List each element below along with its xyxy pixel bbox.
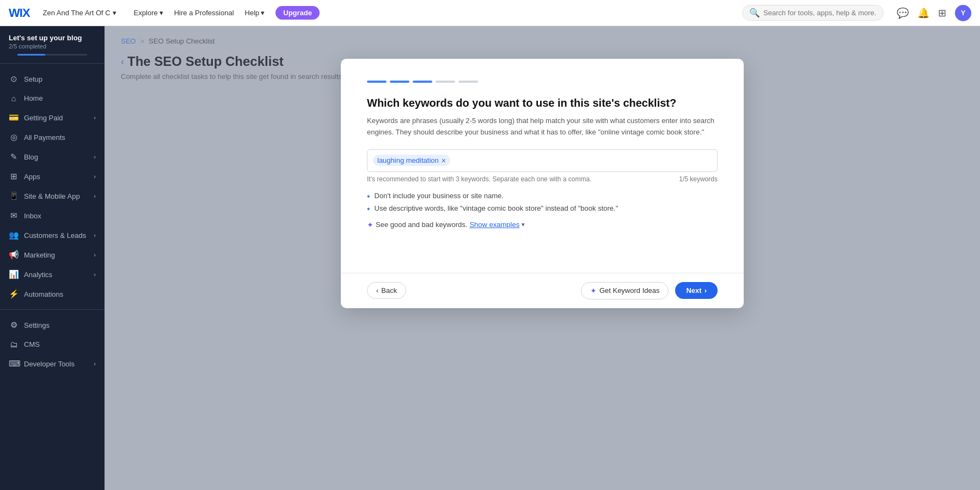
- next-button-label: Next: [686, 286, 701, 295]
- explore-link[interactable]: Explore ▾: [134, 9, 163, 17]
- sidebar-item-label: Home: [24, 94, 96, 102]
- site-name-dropdown[interactable]: Zen And The Art Of C ▾: [43, 9, 117, 17]
- keyword-tips: Don't include your business or site name…: [367, 192, 718, 214]
- modal-overlay: Which keywords do you want to use in thi…: [105, 26, 980, 490]
- sidebar: Let's set up your blog 2/5 completed ⊙ S…: [0, 26, 105, 490]
- sidebar-item-inbox[interactable]: ✉ Inbox: [0, 206, 105, 225]
- chevron-right-icon: ›: [94, 154, 96, 160]
- chevron-right-icon: ›: [94, 173, 96, 180]
- sidebar-progress-bar-fill: [17, 54, 45, 56]
- setup-icon: ⊙: [9, 74, 19, 84]
- notifications-icon[interactable]: 🔔: [917, 7, 929, 19]
- blog-icon: ✎: [9, 152, 19, 162]
- modal-body: Which keywords do you want to use in thi…: [341, 59, 744, 240]
- next-button-arrow-icon: ›: [705, 286, 707, 295]
- keyword-examples: ✦ See good and bad keywords. Show exampl…: [367, 220, 718, 229]
- sidebar-item-label: Settings: [24, 321, 96, 329]
- all-payments-icon: ◎: [9, 132, 19, 142]
- modal-description: Keywords are phrases (usually 2-5 words …: [367, 115, 718, 138]
- modal-steps: [367, 81, 718, 83]
- back-button[interactable]: ‹ Back: [367, 282, 406, 299]
- search-input[interactable]: [763, 9, 877, 17]
- sidebar-item-setup[interactable]: ⊙ Setup: [0, 69, 105, 89]
- sidebar-item-marketing[interactable]: 📢 Marketing ›: [0, 245, 105, 265]
- sidebar-title: Let's set up your blog: [9, 34, 96, 42]
- sidebar-item-label: CMS: [24, 340, 96, 348]
- sidebar-item-all-payments[interactable]: ◎ All Payments: [0, 127, 105, 147]
- keyword-tip-2-text: Use descriptive words, like "vintage com…: [375, 204, 618, 212]
- explore-chevron-icon: ▾: [160, 9, 163, 17]
- chevron-right-icon: ›: [94, 232, 96, 238]
- sidebar-item-label: All Payments: [24, 133, 96, 142]
- back-button-arrow-icon: ‹: [376, 286, 378, 295]
- wix-logo: WIX: [9, 6, 30, 20]
- sidebar-item-settings[interactable]: ⚙ Settings: [0, 315, 105, 335]
- sidebar-item-site-mobile-app[interactable]: 📱 Site & Mobile App ›: [0, 186, 105, 206]
- examples-prefix-text: See good and bad keywords.: [376, 220, 467, 229]
- keyword-ideas-label: Get Keyword Ideas: [599, 286, 660, 295]
- cms-icon: 🗂: [9, 340, 19, 349]
- sidebar-progress-bar-container: [17, 54, 87, 56]
- apps-icon: ⊞: [9, 171, 19, 181]
- sidebar-item-analytics[interactable]: 📊 Analytics ›: [0, 265, 105, 284]
- keyword-hint-text: It's recommended to start with 3 keyword…: [367, 175, 591, 183]
- chevron-right-icon: ›: [94, 252, 96, 258]
- help-chevron-icon: ▾: [261, 9, 265, 17]
- sidebar-item-cms[interactable]: 🗂 CMS: [0, 335, 105, 354]
- chevron-right-icon: ›: [94, 193, 96, 199]
- keyword-tip-1-text: Don't include your business or site name…: [375, 192, 504, 200]
- sidebar-item-home[interactable]: ⌂ Home: [0, 89, 105, 108]
- keyword-text-input[interactable]: [454, 156, 712, 164]
- keyword-hint-row: It's recommended to start with 3 keyword…: [367, 175, 718, 183]
- nav-links: Explore ▾ Hire a Professional Help ▾ Upg…: [134, 6, 320, 20]
- settings-icon: ⚙: [9, 320, 19, 330]
- sidebar-item-label: Inbox: [24, 212, 96, 220]
- sidebar-item-blog[interactable]: ✎ Blog ›: [0, 147, 105, 167]
- examples-chevron-icon: ▾: [522, 221, 525, 228]
- help-link[interactable]: Help ▾: [245, 9, 265, 17]
- developer-tools-icon: ⌨: [9, 359, 19, 369]
- step-5: [458, 81, 478, 83]
- step-3: [413, 81, 432, 83]
- hire-professional-link[interactable]: Hire a Professional: [174, 9, 234, 17]
- examples-sparkle-icon: ✦: [367, 220, 373, 229]
- chevron-right-icon: ›: [94, 271, 96, 278]
- show-examples-link[interactable]: Show examples: [469, 220, 519, 229]
- sidebar-item-label: Site & Mobile App: [24, 192, 88, 200]
- nav-icon-group: 💬 🔔 ⊞ Y: [897, 5, 971, 21]
- step-2: [390, 81, 409, 83]
- search-bar[interactable]: 🔍: [742, 5, 884, 21]
- keyword-count-badge: 1/5 keywords: [679, 175, 718, 183]
- messages-icon[interactable]: 💬: [897, 7, 909, 19]
- step-4: [436, 81, 455, 83]
- keyword-input-area[interactable]: laughing meditation ×: [367, 149, 718, 172]
- sidebar-item-label: Automations: [24, 290, 96, 298]
- keyword-tag: laughing meditation ×: [373, 155, 450, 166]
- get-keyword-ideas-button[interactable]: ✦ Get Keyword Ideas: [581, 282, 669, 299]
- keyword-ideas-sparkle-icon: ✦: [590, 286, 597, 295]
- chevron-right-icon: ›: [94, 114, 96, 121]
- automations-icon: ⚡: [9, 289, 19, 299]
- keyword-tip-2: Use descriptive words, like "vintage com…: [367, 204, 718, 214]
- sidebar-item-getting-paid[interactable]: 💳 Getting Paid ›: [0, 108, 105, 127]
- grid-icon[interactable]: ⊞: [938, 7, 946, 19]
- sidebar-item-label: Blog: [24, 153, 88, 161]
- sidebar-item-customers-leads[interactable]: 👥 Customers & Leads ›: [0, 225, 105, 245]
- keyword-tag-label: laughing meditation: [377, 156, 439, 164]
- sidebar-item-label: Developer Tools: [24, 360, 88, 368]
- sidebar-item-label: Setup: [24, 75, 96, 83]
- chevron-right-icon: ›: [94, 360, 96, 367]
- upgrade-button[interactable]: Upgrade: [275, 6, 320, 20]
- sidebar-item-apps[interactable]: ⊞ Apps ›: [0, 167, 105, 186]
- search-icon: 🔍: [749, 8, 760, 18]
- next-button[interactable]: Next ›: [675, 282, 718, 299]
- sidebar-item-label: Apps: [24, 173, 88, 181]
- footer-right-actions: ✦ Get Keyword Ideas Next ›: [581, 282, 718, 299]
- sidebar-item-developer-tools[interactable]: ⌨ Developer Tools ›: [0, 354, 105, 373]
- avatar[interactable]: Y: [955, 5, 971, 21]
- sidebar-item-label: Customers & Leads: [24, 231, 88, 240]
- keyword-tag-remove-button[interactable]: ×: [442, 157, 446, 164]
- home-icon: ⌂: [9, 94, 19, 103]
- getting-paid-icon: 💳: [9, 113, 19, 122]
- sidebar-item-automations[interactable]: ⚡ Automations: [0, 284, 105, 304]
